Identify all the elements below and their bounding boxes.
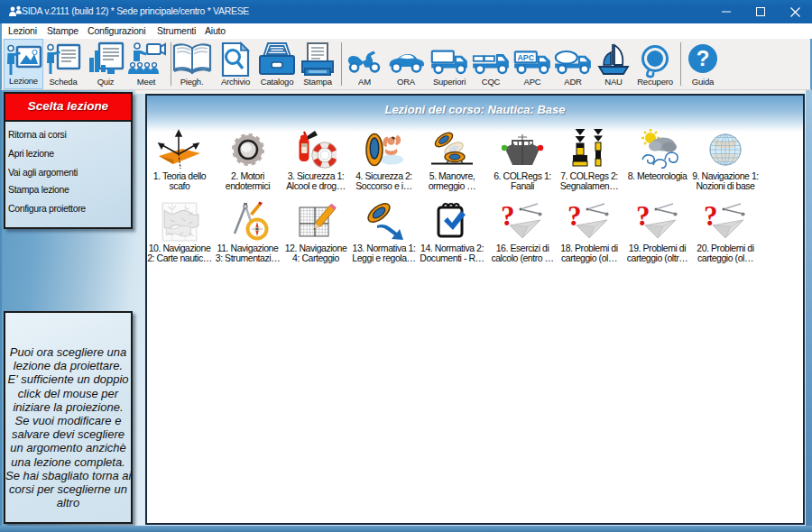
svg-text:?: ? (704, 201, 718, 232)
svg-text:?: ? (697, 46, 710, 70)
svg-text:APC: APC (518, 53, 535, 62)
svg-text:?: ? (567, 201, 582, 232)
svg-text:?: ? (636, 201, 651, 232)
svg-text:?: ? (501, 201, 515, 232)
